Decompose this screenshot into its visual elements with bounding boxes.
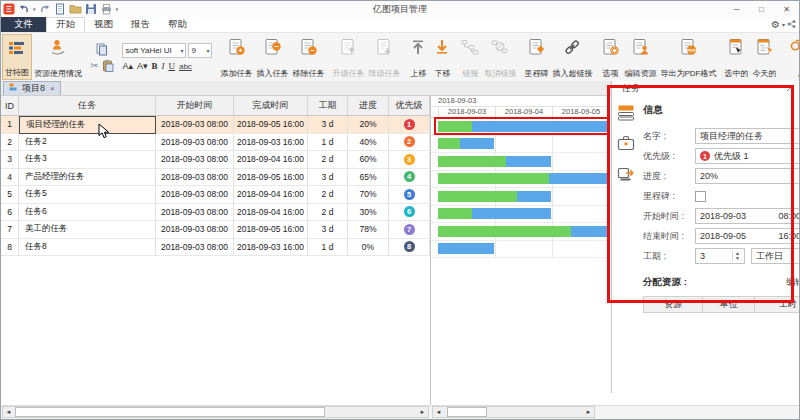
cell-priority[interactable]: 7 xyxy=(389,221,430,239)
cell-id[interactable]: 2 xyxy=(1,134,19,152)
gantt-horizontal-scrollbar[interactable]: ◄ ► xyxy=(432,406,595,418)
cell-end[interactable]: 2018-09-04 16:00 xyxy=(234,186,308,204)
cell-id[interactable]: 8 xyxy=(1,239,19,257)
cell-progress[interactable]: 78% xyxy=(348,221,389,239)
cell-duration[interactable]: 2 d xyxy=(308,204,348,222)
show-today-button[interactable]: 今天的 xyxy=(750,34,778,80)
cell-id[interactable]: 4 xyxy=(1,169,19,187)
menu-file[interactable]: 文件 xyxy=(1,17,46,32)
column-header-3[interactable]: 完成时间 xyxy=(234,96,308,115)
cell-start[interactable]: 2018-09-03 08:00 xyxy=(156,221,234,239)
options-button[interactable]: 选项 xyxy=(598,34,622,80)
cell-duration[interactable]: 1 d xyxy=(308,134,348,152)
cell-name[interactable]: 产品经理的任务 xyxy=(19,169,156,187)
cell-progress[interactable]: 30% xyxy=(348,204,389,222)
cell-id[interactable]: 3 xyxy=(1,151,19,169)
remove-task-button[interactable]: −移除任务 xyxy=(290,34,326,80)
scroll-right-icon[interactable]: ► xyxy=(417,407,428,417)
column-header-2[interactable]: 开始时间 xyxy=(156,96,234,115)
cell-end[interactable]: 2018-09-03 16:00 xyxy=(234,239,308,257)
cell-name[interactable]: 任务3 xyxy=(19,151,156,169)
show-selected-button[interactable]: 选中的 xyxy=(722,34,750,80)
resources-briefcase-icon[interactable] xyxy=(616,134,636,155)
column-header-4[interactable]: 工期 xyxy=(308,96,348,115)
increase-font-button[interactable]: A▴ xyxy=(122,61,133,71)
cell-progress[interactable]: 0% xyxy=(348,239,389,257)
gantt-bar[interactable] xyxy=(438,243,494,254)
cell-priority[interactable]: 5 xyxy=(389,186,430,204)
new-document-icon[interactable] xyxy=(54,3,66,15)
gantt-bar[interactable] xyxy=(438,156,551,167)
cell-end[interactable]: 2018-09-03 16:00 xyxy=(234,134,308,152)
italic-button[interactable]: I xyxy=(161,61,164,71)
cell-id[interactable]: 5 xyxy=(1,186,19,204)
maximize-button[interactable]: □ xyxy=(749,2,774,17)
spinner-icon[interactable]: ▲▼ xyxy=(732,251,740,261)
task-row[interactable]: 7美工的任务2018-09-03 08:002018-09-05 16:003 … xyxy=(1,221,430,239)
cell-name[interactable]: 任务8 xyxy=(19,239,156,257)
cell-end[interactable]: 2018-09-04 16:00 xyxy=(234,204,308,222)
cell-priority[interactable]: 6 xyxy=(389,204,430,222)
start-time-select[interactable]: 2018-09-03 08:00 ▼ xyxy=(695,208,800,224)
pin-icon[interactable] xyxy=(786,84,794,94)
font-family-select[interactable]: soft YaHei UI▾ xyxy=(122,43,186,58)
cell-name[interactable]: 任务6 xyxy=(19,204,156,222)
cell-start[interactable]: 2018-09-03 08:00 xyxy=(156,169,234,187)
settings-dropdown-icon[interactable]: ▾ xyxy=(782,21,785,28)
duration-input[interactable]: 3 ▲▼ xyxy=(695,248,745,264)
cell-id[interactable]: 7 xyxy=(1,221,19,239)
gantt-bar[interactable] xyxy=(438,121,608,132)
cell-priority[interactable]: 8 xyxy=(389,239,430,257)
cell-progress[interactable]: 70% xyxy=(348,186,389,204)
column-header-1[interactable]: 任务 xyxy=(19,96,156,115)
export-pdf-button[interactable]: PDF导出为PDF格式 xyxy=(658,34,718,80)
add-task-button[interactable]: +添加任务 xyxy=(218,34,254,80)
cell-start[interactable]: 2018-09-03 08:00 xyxy=(156,151,234,169)
cell-duration[interactable]: 3 d xyxy=(308,116,348,134)
tab-close-icon[interactable]: × xyxy=(50,84,55,93)
insert-hyperlink-button[interactable]: 插入超链接 xyxy=(550,34,594,80)
task-info-icon[interactable] xyxy=(616,104,636,125)
edit-resources-button[interactable]: 编辑资源 xyxy=(786,276,800,289)
cell-id[interactable]: 1 xyxy=(1,116,19,134)
cell-name[interactable]: 项目经理的任务 xyxy=(19,116,156,134)
promote-task-button[interactable]: 升级任务 xyxy=(330,34,366,80)
cell-start[interactable]: 2018-09-03 08:00 xyxy=(156,134,234,152)
scroll-left-icon[interactable]: ◄ xyxy=(3,407,14,417)
task-row[interactable]: 4产品经理的任务2018-09-03 08:002018-09-05 16:00… xyxy=(1,169,430,187)
task-row[interactable]: 2任务22018-09-03 08:002018-09-03 16:001 d4… xyxy=(1,134,430,152)
cell-start[interactable]: 2018-09-03 08:00 xyxy=(156,186,234,204)
move-down-button[interactable]: 下移 xyxy=(430,34,454,80)
insert-task-button[interactable]: −插入任务 xyxy=(254,34,290,80)
task-row[interactable]: 3任务32018-09-03 08:002018-09-04 16:002 d6… xyxy=(1,151,430,169)
scrollbar-thumb[interactable] xyxy=(447,407,487,417)
gantt-bar[interactable] xyxy=(438,208,551,219)
minimize-button[interactable]: ─ xyxy=(724,2,749,17)
unlink-tasks-button[interactable]: 取消链接 xyxy=(482,34,518,80)
print-icon[interactable] xyxy=(100,3,113,15)
gantt-bar[interactable] xyxy=(438,191,551,202)
duration-unit-select[interactable]: 工作日 ▼ xyxy=(751,248,800,264)
share-icon[interactable] xyxy=(787,19,796,31)
cell-end[interactable]: 2018-09-04 16:00 xyxy=(234,151,308,169)
cell-duration[interactable]: 2 d xyxy=(308,151,348,169)
cell-name[interactable]: 任务5 xyxy=(19,186,156,204)
menu-help[interactable]: 帮助 xyxy=(159,17,196,32)
cut-button[interactable]: ✂ xyxy=(90,59,98,72)
column-header-5[interactable]: 进度 xyxy=(348,96,389,115)
find-dropdown-icon[interactable]: ▾ xyxy=(798,72,799,79)
cell-progress[interactable]: 65% xyxy=(348,169,389,187)
cell-duration[interactable]: 3 d xyxy=(308,169,348,187)
save-icon[interactable] xyxy=(85,3,97,15)
cell-name[interactable]: 任务2 xyxy=(19,134,156,152)
undo-icon[interactable] xyxy=(18,3,30,15)
gantt-bar[interactable] xyxy=(438,138,494,149)
end-time-select[interactable]: 2018-09-05 16:00 ▼ xyxy=(695,228,800,244)
document-tab[interactable]: 项目8 × xyxy=(3,81,61,95)
export-resource-icon[interactable] xyxy=(616,164,636,185)
cell-end[interactable]: 2018-09-05 16:00 xyxy=(234,221,308,239)
cell-progress[interactable]: 40% xyxy=(348,134,389,152)
milestone-checkbox[interactable] xyxy=(695,191,706,202)
open-folder-icon[interactable] xyxy=(69,3,82,15)
cell-name[interactable]: 美工的任务 xyxy=(19,221,156,239)
